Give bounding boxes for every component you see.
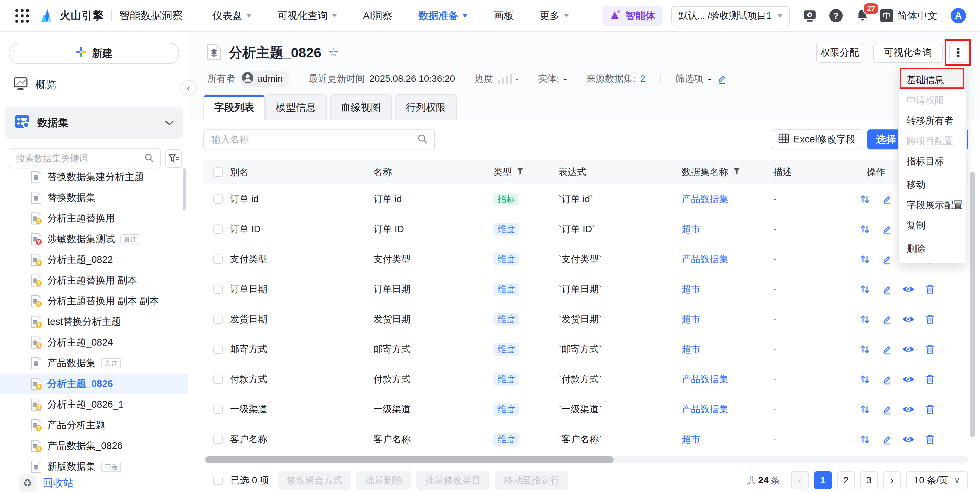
- dataset-search-input[interactable]: [15, 153, 144, 164]
- edit-row-icon[interactable]: [879, 222, 894, 236]
- source-dataset-count[interactable]: 2: [640, 73, 645, 84]
- visual-query-button[interactable]: 可视化查询: [873, 43, 943, 63]
- workbench-icon[interactable]: [803, 9, 817, 23]
- more-actions-button[interactable]: ⋮: [949, 43, 967, 63]
- sidebar-item-1[interactable]: 替换数据集: [0, 187, 188, 208]
- move-row-icon[interactable]: [858, 222, 872, 236]
- menu-item-basic-info[interactable]: 基础信息: [899, 70, 966, 90]
- tab-field-list[interactable]: 字段列表: [203, 94, 265, 120]
- dataset-link[interactable]: 超市: [682, 304, 700, 334]
- next-page-button[interactable]: ›: [883, 471, 901, 489]
- view-row-icon[interactable]: [901, 343, 916, 356]
- view-row-icon[interactable]: [901, 432, 916, 446]
- nav-item-canvas[interactable]: 画板: [494, 9, 514, 23]
- menu-item-metric-target[interactable]: 指标目标: [899, 151, 966, 171]
- page-2-button[interactable]: 2: [837, 471, 855, 489]
- menu-item-field-display-config[interactable]: 字段展示配置: [899, 195, 966, 215]
- permission-assign-button[interactable]: 权限分配: [816, 43, 863, 63]
- dataset-link[interactable]: 超市: [682, 274, 700, 304]
- footer-select-checkbox[interactable]: [213, 475, 223, 485]
- sidebar-item-10[interactable]: 分析主题_0826: [0, 373, 188, 394]
- move-row-icon[interactable]: [858, 282, 872, 296]
- menu-item-delete[interactable]: 删除: [899, 238, 966, 259]
- dataset-link[interactable]: 产品数据集: [682, 394, 728, 424]
- edit-row-icon[interactable]: [879, 403, 894, 416]
- row-checkbox[interactable]: [213, 345, 223, 354]
- dataset-link[interactable]: 产品数据集: [682, 184, 728, 214]
- edit-row-icon[interactable]: [879, 313, 894, 326]
- nav-item-more[interactable]: 更多: [540, 9, 569, 23]
- dataset-link[interactable]: 超市: [682, 424, 700, 454]
- favorite-star-icon[interactable]: ☆: [328, 46, 339, 60]
- page-size-select[interactable]: 10 条/页 ∨: [906, 471, 968, 489]
- edit-row-icon[interactable]: [879, 373, 894, 386]
- nav-item-visual-query[interactable]: 可视化查询: [278, 9, 337, 23]
- sidebar-item-7[interactable]: test替换分析主题: [0, 311, 188, 332]
- nav-item-dashboard[interactable]: 仪表盘: [212, 9, 252, 23]
- dataset-link[interactable]: 产品数据集: [682, 244, 728, 274]
- edit-row-icon[interactable]: [879, 282, 894, 296]
- language-switcher[interactable]: 中 简体中文: [880, 9, 937, 23]
- move-row-icon[interactable]: [858, 432, 872, 446]
- view-row-icon[interactable]: [901, 403, 916, 416]
- move-row-icon[interactable]: [858, 193, 872, 206]
- filter-funnel-icon[interactable]: [516, 167, 525, 178]
- tab-lineage-view[interactable]: 血缘视图: [330, 94, 392, 120]
- help-icon[interactable]: ?: [829, 9, 843, 22]
- sidebar-item-6[interactable]: 分析主题替换用 副本 副本: [0, 291, 188, 311]
- sidebar-item-13[interactable]: 产品数据集_0826: [0, 436, 188, 456]
- sidebar-item-4[interactable]: 分析主题_0822: [0, 249, 188, 270]
- edit-row-icon[interactable]: [879, 252, 894, 266]
- row-checkbox[interactable]: [213, 225, 223, 234]
- sidebar-scrollbar[interactable]: [183, 168, 186, 210]
- notifications-bell-icon[interactable]: 27: [856, 8, 869, 23]
- select-all-checkbox[interactable]: [213, 168, 223, 177]
- row-checkbox[interactable]: [213, 195, 223, 204]
- delete-row-icon[interactable]: [923, 313, 937, 326]
- sidebar-item-0[interactable]: 替换数据集建分析主题: [0, 167, 188, 187]
- agent-button[interactable]: 智能体: [602, 6, 663, 26]
- edit-row-icon[interactable]: [879, 343, 894, 356]
- page-1-button[interactable]: 1: [814, 471, 832, 489]
- sidebar-item-3[interactable]: 涉敏数据集测试 直连: [0, 229, 188, 249]
- sidebar-section-datasets[interactable]: 数据集: [5, 107, 183, 139]
- delete-row-icon[interactable]: [923, 282, 937, 296]
- recycle-bin-item[interactable]: ♻ 回收站: [0, 473, 188, 493]
- move-row-icon[interactable]: [858, 403, 872, 416]
- row-checkbox[interactable]: [213, 284, 223, 294]
- edit-filter-icon[interactable]: [716, 73, 727, 84]
- menu-item-transfer-owner[interactable]: 转移所有者: [899, 110, 966, 131]
- tab-model-info[interactable]: 模型信息: [265, 94, 327, 120]
- row-checkbox[interactable]: [213, 255, 223, 264]
- project-selector[interactable]: 默认... /验收测试项目1: [671, 6, 790, 26]
- view-row-icon[interactable]: [901, 313, 916, 326]
- row-checkbox[interactable]: [213, 405, 223, 414]
- dataset-link[interactable]: 产品数据集: [682, 364, 728, 394]
- menu-item-duplicate[interactable]: 复制: [899, 215, 966, 236]
- move-row-icon[interactable]: [858, 313, 872, 326]
- delete-row-icon[interactable]: [923, 373, 937, 386]
- sidebar-item-overview[interactable]: 概览: [13, 74, 56, 96]
- field-search-input[interactable]: [211, 134, 417, 145]
- move-row-icon[interactable]: [858, 373, 872, 386]
- view-row-icon[interactable]: [901, 282, 916, 296]
- delete-row-icon[interactable]: [923, 432, 937, 446]
- edit-row-icon[interactable]: [879, 193, 894, 206]
- vertical-scrollbar-thumb[interactable]: [970, 172, 975, 437]
- user-avatar[interactable]: A: [951, 8, 966, 23]
- sidebar-item-12[interactable]: 产品分析主题: [0, 415, 188, 436]
- move-row-icon[interactable]: [858, 252, 872, 266]
- dataset-filter-button[interactable]: [165, 149, 182, 168]
- app-grid-icon[interactable]: [15, 9, 29, 23]
- menu-item-move[interactable]: 移动: [899, 174, 966, 195]
- sidebar-item-8[interactable]: 分析主题_0824: [0, 332, 188, 353]
- edit-row-icon[interactable]: [879, 432, 894, 446]
- dataset-link[interactable]: 超市: [682, 214, 700, 244]
- horizontal-scrollbar-thumb[interactable]: [205, 456, 614, 463]
- tab-row-col-permission[interactable]: 行列权限: [395, 94, 457, 120]
- nav-item-data-prep[interactable]: 数据准备: [418, 9, 468, 23]
- new-button[interactable]: 新建: [9, 43, 179, 64]
- sidebar-item-5[interactable]: 分析主题替换用 副本: [0, 270, 188, 291]
- delete-row-icon[interactable]: [923, 343, 937, 356]
- nav-item-ai-insight[interactable]: AI洞察: [363, 9, 392, 23]
